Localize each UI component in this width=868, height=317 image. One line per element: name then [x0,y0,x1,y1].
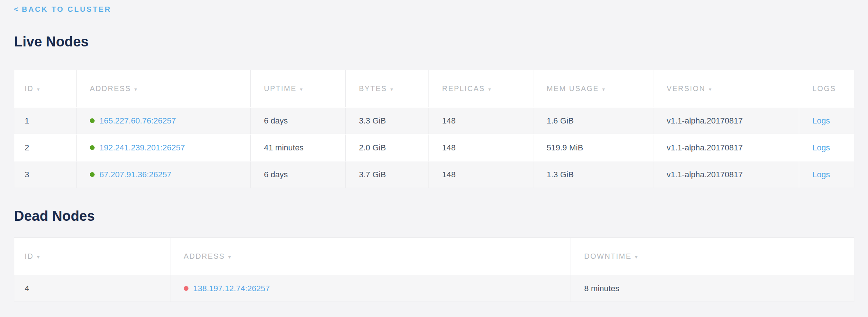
sort-arrow-icon: ▾ [635,254,638,260]
column-header-id[interactable]: ID▾ [14,70,77,108]
node-address-cell: 138.197.12.74:26257 [170,275,571,302]
node-bytes-cell: 3.3 GiB [346,107,429,134]
dead-nodes-header-row: ID▾ ADDRESS▾ DOWNTIME▾ [14,238,854,275]
node-address-link[interactable]: 192.241.239.201:26257 [99,143,185,152]
nodes-page: <BACK TO CLUSTER Live Nodes ID▾ ADDRESS▾… [0,0,868,302]
node-mem-usage-cell: 1.3 GiB [533,161,653,188]
node-id-cell: 4 [14,275,170,302]
table-row: 2 192.241.239.201:26257 41 minutes 2.0 G… [14,134,854,161]
sort-arrow-icon: ▾ [391,86,394,92]
node-mem-usage-cell: 519.9 MiB [533,134,653,161]
live-nodes-table: ID▾ ADDRESS▾ UPTIME▾ BYTES▾ REPLICAS▾ ME… [14,70,854,188]
logs-link[interactable]: Logs [812,143,830,152]
healthy-status-icon [90,172,95,177]
node-address-link[interactable]: 138.197.12.74:26257 [193,284,270,293]
node-downtime-cell: 8 minutes [571,275,854,302]
sort-arrow-icon: ▾ [602,86,606,92]
back-to-cluster-label: BACK TO CLUSTER [22,5,111,13]
node-id-cell: 2 [14,134,77,161]
sort-arrow-icon: ▾ [709,86,712,92]
column-header-id[interactable]: ID▾ [14,238,170,275]
node-mem-usage-cell: 1.6 GiB [533,107,653,134]
column-header-replicas[interactable]: REPLICAS▾ [429,70,533,108]
column-header-bytes[interactable]: BYTES▾ [346,70,429,108]
sort-arrow-icon: ▾ [228,254,232,260]
back-to-cluster-link[interactable]: <BACK TO CLUSTER [14,5,111,14]
node-version-cell: v1.1-alpha.20170817 [653,134,799,161]
node-uptime-cell: 6 days [251,161,346,188]
healthy-status-icon [90,118,95,123]
column-header-logs: LOGS [799,70,854,108]
column-header-version[interactable]: VERSION▾ [653,70,799,108]
node-replicas-cell: 148 [429,107,533,134]
node-address-cell: 67.207.91.36:26257 [77,161,251,188]
logs-link[interactable]: Logs [812,170,830,179]
node-address-cell: 192.241.239.201:26257 [77,134,251,161]
sort-arrow-icon: ▾ [134,86,138,92]
node-address-link[interactable]: 165.227.60.76:26257 [99,116,176,125]
table-row: 1 165.227.60.76:26257 6 days 3.3 GiB 148… [14,107,854,134]
column-header-uptime[interactable]: UPTIME▾ [251,70,346,108]
node-logs-cell: Logs [799,134,854,161]
column-header-mem-usage[interactable]: MEM USAGE▾ [533,70,653,108]
node-replicas-cell: 148 [429,161,533,188]
node-bytes-cell: 3.7 GiB [346,161,429,188]
node-address-cell: 165.227.60.76:26257 [77,107,251,134]
table-row: 4 138.197.12.74:26257 8 minutes [14,275,854,302]
logs-link[interactable]: Logs [812,116,830,125]
node-logs-cell: Logs [799,161,854,188]
back-arrow-icon: < [14,5,20,13]
live-nodes-header-row: ID▾ ADDRESS▾ UPTIME▾ BYTES▾ REPLICAS▾ ME… [14,70,854,108]
sort-arrow-icon: ▾ [37,254,40,260]
sort-arrow-icon: ▾ [488,86,492,92]
column-header-address[interactable]: ADDRESS▾ [170,238,571,275]
node-address-link[interactable]: 67.207.91.36:26257 [99,170,172,179]
node-id-cell: 3 [14,161,77,188]
dead-nodes-title: Dead Nodes [14,208,854,224]
sort-arrow-icon: ▾ [37,86,40,92]
node-uptime-cell: 6 days [251,107,346,134]
sort-arrow-icon: ▾ [300,86,303,92]
live-nodes-title: Live Nodes [14,34,854,50]
dead-nodes-table: ID▾ ADDRESS▾ DOWNTIME▾ 4 138.197.12.74:2… [14,237,854,302]
node-logs-cell: Logs [799,107,854,134]
column-header-address[interactable]: ADDRESS▾ [77,70,251,108]
dead-status-icon [184,286,188,291]
node-version-cell: v1.1-alpha.20170817 [653,161,799,188]
node-version-cell: v1.1-alpha.20170817 [653,107,799,134]
node-bytes-cell: 2.0 GiB [346,134,429,161]
table-row: 3 67.207.91.36:26257 6 days 3.7 GiB 148 … [14,161,854,188]
healthy-status-icon [90,145,95,150]
column-header-downtime[interactable]: DOWNTIME▾ [571,238,854,275]
node-replicas-cell: 148 [429,134,533,161]
node-id-cell: 1 [14,107,77,134]
node-uptime-cell: 41 minutes [251,134,346,161]
